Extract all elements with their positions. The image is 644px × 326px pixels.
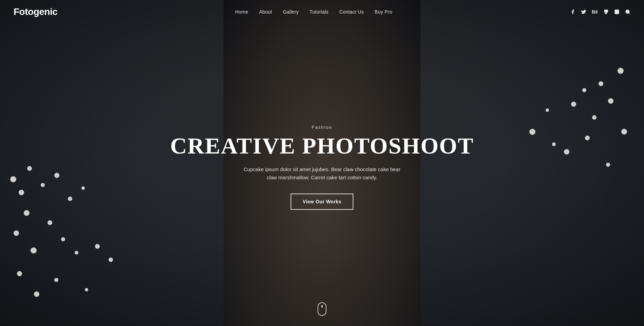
github-icon[interactable]	[603, 9, 609, 15]
nav-link-contact[interactable]: Contact Us	[339, 9, 364, 15]
facebook-icon[interactable]	[570, 9, 575, 15]
blossom-decor	[529, 129, 535, 135]
blossom-decor	[552, 142, 556, 146]
nav-item-about[interactable]: About	[259, 9, 272, 15]
blossom-decor	[85, 288, 88, 291]
blossom-decor	[109, 258, 113, 262]
behance-icon[interactable]: Bē	[592, 9, 598, 15]
blossom-decor	[564, 149, 569, 155]
scroll-mouse-icon	[318, 302, 326, 316]
blossom-decor	[41, 183, 45, 187]
blossom-decor	[48, 220, 52, 225]
nav-item-contact[interactable]: Contact Us	[339, 9, 364, 15]
instagram-icon[interactable]	[614, 9, 620, 15]
nav-item-tutorials[interactable]: Tutorials	[309, 9, 328, 15]
blossom-decor	[17, 271, 22, 276]
blossom-decor	[31, 247, 37, 253]
blossom-decor	[592, 115, 596, 120]
svg-line-3	[629, 13, 630, 14]
hero-section: Fotogenic Home About Gallery Tutorials C…	[0, 0, 644, 326]
blossom-decor	[54, 173, 59, 178]
blossom-decor	[54, 278, 58, 282]
blossom-decor	[68, 197, 72, 201]
nav-link-buy-pro[interactable]: Buy Pro	[375, 9, 392, 15]
blossom-decor	[24, 210, 30, 216]
search-icon[interactable]	[625, 9, 630, 15]
nav-item-gallery[interactable]: Gallery	[283, 9, 299, 15]
behance-label: Bē	[592, 9, 598, 15]
navbar: Fotogenic Home About Gallery Tutorials C…	[0, 0, 644, 24]
social-icons-group: Bē	[570, 9, 630, 15]
nav-item-buy-pro[interactable]: Buy Pro	[375, 9, 392, 15]
blossom-decor	[608, 98, 613, 104]
hero-title: CREATIVE PHOTOSHOOT	[170, 133, 474, 159]
hero-content: Fashion CREATIVE PHOTOSHOOT Cupcake ipsu…	[170, 125, 474, 210]
blossom-decor	[582, 88, 586, 92]
blossom-decor	[34, 291, 39, 297]
blossom-decor	[599, 81, 603, 86]
hero-description: Cupcake ipsum dolor sit amet jujubes. Be…	[241, 165, 403, 182]
blossom-decor	[585, 136, 590, 140]
nav-link-tutorials[interactable]: Tutorials	[309, 9, 328, 15]
hero-cta-button[interactable]: View Our Works	[290, 193, 354, 210]
svg-rect-0	[614, 9, 619, 14]
scroll-indicator	[318, 302, 326, 316]
nav-menu: Home About Gallery Tutorials Contact Us …	[235, 9, 392, 15]
twitter-icon[interactable]	[581, 9, 586, 15]
blossom-decor	[606, 163, 610, 167]
blossom-decor	[95, 244, 100, 249]
site-logo[interactable]: Fotogenic	[14, 6, 57, 17]
blossom-decor	[571, 102, 576, 107]
nav-link-about[interactable]: About	[259, 9, 272, 15]
blossom-decor	[27, 166, 32, 171]
nav-item-home[interactable]: Home	[235, 9, 248, 15]
blossom-decor	[61, 237, 65, 241]
blossom-decor	[14, 230, 19, 236]
blossom-decor	[10, 176, 16, 182]
nav-link-gallery[interactable]: Gallery	[283, 9, 299, 15]
blossom-decor	[75, 251, 78, 254]
nav-link-home[interactable]: Home	[235, 9, 248, 15]
hero-category: Fashion	[170, 125, 474, 130]
blossom-decor	[546, 108, 549, 112]
blossom-decor	[81, 186, 85, 190]
blossom-decor	[621, 129, 627, 135]
blossom-decor	[618, 68, 624, 74]
blossom-decor	[19, 190, 24, 195]
